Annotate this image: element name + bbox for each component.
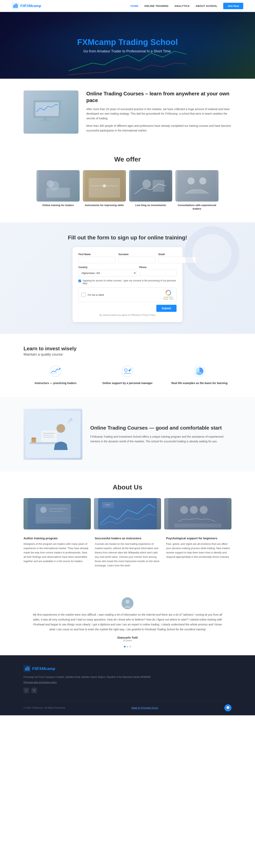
nav-about-school[interactable]: ABOUT SCHOOL [196, 4, 217, 7]
svg-point-17 [103, 184, 106, 187]
phone-label: Phone [139, 266, 177, 269]
we-offer-heading: We offer [16, 155, 239, 163]
footer-top: FilFXMcamp Fxmcamp Ltd Trust Company Com… [24, 665, 231, 693]
about-image-1: COIN [94, 498, 161, 529]
svg-rect-20 [153, 180, 164, 192]
footer-bottom: © 2021 FXMcamp | All Rights Reserved Mad… [24, 701, 231, 711]
offer-image-2 [129, 170, 172, 202]
svg-rect-1 [13, 5, 14, 8]
about-us-section: About Us COIN [0, 472, 255, 590]
svg-point-60 [200, 506, 208, 514]
svg-rect-48 [35, 504, 71, 524]
svg-rect-4 [17, 4, 18, 8]
avatar-icon [122, 597, 133, 609]
learn-icon-1 [121, 365, 134, 378]
trading-illustration [29, 94, 72, 130]
learn-card-title-1: Online support by a personal manager [96, 381, 160, 385]
about-us-images: COIN [24, 498, 231, 529]
trading-good-text-body: FXMcamp Trading and Investment School of… [90, 434, 231, 444]
svg-point-25 [59, 368, 60, 369]
offer-card-0: Online training for traders [36, 170, 79, 211]
hero-subtitle: Go from Amateur Trader to Professional I… [77, 49, 178, 53]
about-col-title-1: Successful traders as instructors [95, 536, 160, 540]
country-select[interactable]: Afghanistan +93 [78, 270, 136, 277]
svg-point-19 [142, 180, 151, 188]
svg-point-58 [180, 506, 188, 514]
svg-rect-3 [16, 3, 17, 8]
about-col-0: Author training program Designers of the… [24, 536, 89, 568]
chat-button[interactable]: 💬 [224, 704, 231, 711]
offer-card-2: Live blog on investments [129, 170, 172, 211]
svg-point-29 [130, 369, 131, 370]
svg-point-38 [31, 437, 36, 439]
about-courses-image [24, 90, 78, 134]
footer: FilFXMcamp Fxmcamp Ltd Trust Company Com… [0, 655, 255, 715]
phone-input[interactable] [139, 270, 177, 276]
about-col-title-0: Author training program [24, 536, 89, 540]
nav-home[interactable]: HOME [130, 4, 138, 7]
footer-logo-text: FilFXMcamp [32, 666, 55, 671]
form-row-1: First Name Surname Email [78, 253, 177, 263]
svg-point-23 [199, 177, 206, 184]
svg-point-46 [69, 418, 72, 421]
offer-label-0: Online training for traders [36, 204, 79, 207]
svg-point-27 [125, 369, 127, 372]
nav-links: HOME ONLINE TRAINING ANALYTICS ABOUT SCH… [130, 3, 243, 9]
trading-good-image [24, 409, 83, 460]
testimonial-dot-1[interactable] [127, 646, 128, 647]
svg-point-45 [68, 421, 70, 423]
svg-point-43 [57, 424, 65, 433]
about-image-2 [164, 498, 231, 529]
recaptcha-checkbox[interactable] [82, 292, 86, 297]
logo-text: FilFXMcamp [21, 4, 41, 8]
footer-logo-icon [24, 665, 31, 672]
learn-icon-2 [193, 365, 206, 378]
svg-rect-15 [89, 178, 120, 197]
people-gear-icon [122, 365, 133, 377]
submit-row: Submit [78, 305, 177, 312]
first-name-input[interactable] [78, 257, 116, 263]
testimonial-dot-2[interactable] [129, 646, 131, 647]
surname-input[interactable] [119, 257, 156, 263]
consent-checkbox-row: Applying for access to online courses, I… [78, 279, 177, 285]
consent-checkbox[interactable] [78, 280, 81, 282]
about-col-title-2: Psychological support for beginners [166, 536, 231, 540]
hero-content: FXMcamp Trading School Go from Amateur T… [77, 37, 178, 53]
testimonial-dot-0[interactable] [124, 646, 126, 647]
offer-image-1 [83, 170, 126, 202]
consent-text: Applying for access to online courses, I… [83, 279, 177, 285]
social-facebook-icon[interactable]: f [24, 688, 29, 693]
submit-button[interactable]: Submit [156, 305, 177, 312]
surname-label: Surname [119, 253, 156, 256]
trading-good-heading: Online Trading Courses — good and comfor… [90, 425, 231, 431]
about-col-text-2: Fear, greed, and regret are all emotions… [166, 542, 231, 559]
testimonial-role: 18 years [31, 639, 224, 642]
logo[interactable]: FilFXMcamp [12, 2, 41, 9]
country-field: Country Afghanistan +93 [78, 266, 136, 277]
hero-section: FXMcamp Trading School Go from Amateur T… [0, 12, 255, 79]
country-label: Country [78, 266, 136, 269]
nav-online-training[interactable]: ONLINE TRAINING [145, 4, 168, 7]
email-input[interactable] [159, 257, 196, 263]
svg-rect-21 [177, 170, 217, 202]
svg-point-59 [190, 506, 198, 514]
social-other-icon[interactable]: © [31, 688, 37, 693]
join-button[interactable]: Join Now [223, 3, 243, 9]
nav-analytics[interactable]: ANALYTICS [174, 4, 190, 7]
email-field: Email [159, 253, 196, 263]
svg-point-63 [126, 600, 129, 603]
first-name-label: First Name [78, 253, 116, 256]
footer-privacy-link[interactable]: Personal data processing policy [24, 681, 231, 684]
made-by-link[interactable]: Made by Fregrade Group [131, 707, 158, 709]
about-col-text-0: Designers of the program are traders wit… [24, 542, 89, 563]
chart-wave-icon [50, 365, 61, 377]
testimonial-section: My first experiences in the market were … [0, 590, 255, 655]
about-img-svg-2 [164, 498, 231, 529]
svg-rect-6 [35, 102, 59, 116]
offer-card-1: Instruments for improving skills [83, 170, 126, 211]
signup-section: Fill out the form to sign up for online … [0, 222, 255, 334]
learn-heading: Learn to invest wisely [24, 346, 231, 352]
signup-form: First Name Surname Email Country Afghani… [72, 247, 183, 322]
footer-address: Fxmcamp Ltd Trust Company Complex, Ajelt… [24, 675, 231, 679]
about-courses-para2: More than 300 people of different ages a… [86, 124, 231, 133]
